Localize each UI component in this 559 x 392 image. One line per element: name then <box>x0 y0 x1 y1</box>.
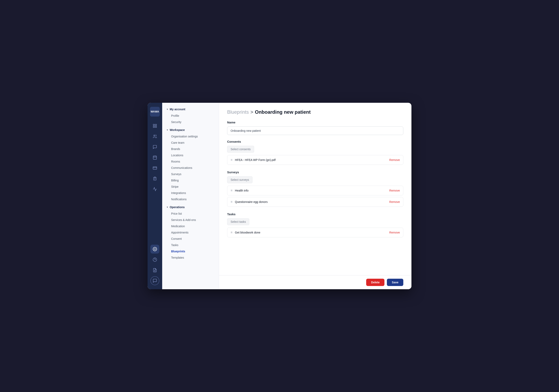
operations-chevron: ▼ <box>166 206 168 208</box>
select-surveys-button[interactable]: Select surveys <box>227 176 252 183</box>
drag-handle-consent-0[interactable]: ≡ <box>231 158 233 162</box>
content-area: Blueprints > Onboarding new patient Name… <box>219 103 411 275</box>
survey-item-0: ≡ Health info Remove <box>227 186 403 195</box>
analytics-icon[interactable] <box>150 185 159 194</box>
logo[interactable]: WA WA <box>150 107 160 116</box>
svg-rect-2 <box>153 126 154 127</box>
sidebar-item-integrations[interactable]: Integrations <box>164 190 217 196</box>
remove-survey-1-button[interactable]: Remove <box>389 200 400 204</box>
document-icon[interactable] <box>150 266 159 275</box>
sidebar-item-communications[interactable]: Communications <box>164 165 217 171</box>
users-icon[interactable] <box>150 132 159 141</box>
svg-rect-3 <box>155 126 157 127</box>
sidebar-item-profile[interactable]: Profile <box>164 113 217 119</box>
consents-section: Consents Select consents ≡ HFEA - HFEA W… <box>227 140 403 165</box>
delete-button[interactable]: Delete <box>366 279 384 286</box>
survey-item-1: ≡ Questionnaire egg donors Remove <box>227 197 403 207</box>
survey-item-name-0: Health info <box>235 189 389 192</box>
my-account-section[interactable]: ▼ My account <box>162 106 219 113</box>
my-account-chevron: ▼ <box>166 108 168 110</box>
sidebar-item-consent[interactable]: Consent <box>164 236 217 242</box>
messages-icon[interactable] <box>150 143 159 151</box>
sidebar-item-price-list[interactable]: Price list <box>164 211 217 217</box>
sidebar-item-stripe[interactable]: Stripe <box>164 184 217 190</box>
workspace-section[interactable]: ▼ Workspace <box>162 127 219 133</box>
svg-rect-9 <box>153 167 157 169</box>
consent-item-name-0: HFEA - HFEA WP Form (gn).pdf <box>235 158 389 161</box>
sidebar-item-medication[interactable]: Medication <box>164 223 217 229</box>
sidebar-item-care-team[interactable]: Care team <box>164 140 217 146</box>
breadcrumb-current: Onboarding new patient <box>255 109 311 115</box>
survey-item-name-1: Questionnaire egg donors <box>235 200 389 204</box>
sidebar-item-brands[interactable]: Brands <box>164 146 217 152</box>
operations-section[interactable]: ▼ Operations <box>162 204 219 210</box>
main-content: Blueprints > Onboarding new patient Name… <box>219 103 411 289</box>
billing-icon[interactable] <box>150 164 159 172</box>
consent-item-0: ≡ HFEA - HFEA WP Form (gn).pdf Remove <box>227 155 403 165</box>
breadcrumb: Blueprints > Onboarding new patient <box>227 109 403 115</box>
remove-task-0-button[interactable]: Remove <box>389 231 400 234</box>
save-button[interactable]: Save <box>387 279 403 286</box>
name-input[interactable] <box>227 126 403 135</box>
calendar-icon[interactable] <box>150 153 159 162</box>
svg-rect-5 <box>153 156 157 160</box>
remove-consent-0-button[interactable]: Remove <box>389 158 400 161</box>
settings-icon[interactable] <box>150 245 159 254</box>
support-chat-icon[interactable] <box>150 276 159 285</box>
sidebar-item-org-settings[interactable]: Organisation settings <box>164 133 217 139</box>
svg-rect-11 <box>154 177 156 178</box>
sidebar-item-locations[interactable]: Locations <box>164 152 217 158</box>
select-tasks-button[interactable]: Select tasks <box>227 218 249 225</box>
select-consents-button[interactable]: Select consents <box>227 146 254 153</box>
consents-label: Consents <box>227 140 403 143</box>
icon-sidebar: WA WA <box>148 103 162 289</box>
task-item-0: ≡ Get bloodwork done Remove <box>227 228 403 237</box>
tasks-section: Tasks Select tasks ≡ Get bloodwork done … <box>227 213 403 237</box>
menu-sidebar: ▼ My account Profile Security ▼ Workspac… <box>162 103 219 289</box>
footer-bar: Delete Save <box>219 275 411 289</box>
sidebar-item-templates[interactable]: Templates <box>164 255 217 261</box>
sidebar-item-appointments[interactable]: Appointments <box>164 230 217 236</box>
svg-point-15 <box>153 258 157 261</box>
task-item-name-0: Get bloodwork done <box>235 231 389 234</box>
svg-rect-0 <box>153 124 154 125</box>
sidebar-item-billing[interactable]: Billing <box>164 177 217 183</box>
sidebar-item-notifications[interactable]: Notifications <box>164 196 217 202</box>
drag-handle-survey-0[interactable]: ≡ <box>231 189 233 192</box>
remove-survey-0-button[interactable]: Remove <box>389 189 400 192</box>
sidebar-item-services[interactable]: Services & Add-ons <box>164 217 217 223</box>
name-label: Name <box>227 121 403 124</box>
tasks-label: Tasks <box>227 213 403 216</box>
sidebar-item-surveys[interactable]: Surveys <box>164 171 217 177</box>
sidebar-item-rooms[interactable]: Rooms <box>164 159 217 165</box>
sidebar-item-blueprints[interactable]: Blueprints <box>164 248 217 254</box>
drag-handle-task-0[interactable]: ≡ <box>231 231 233 234</box>
surveys-section: Surveys Select surveys ≡ Health info Rem… <box>227 170 403 207</box>
svg-point-4 <box>154 135 155 136</box>
sidebar-item-security[interactable]: Security <box>164 119 217 125</box>
svg-point-14 <box>154 249 156 250</box>
help-icon[interactable] <box>150 255 159 264</box>
surveys-label: Surveys <box>227 170 403 174</box>
breadcrumb-parent[interactable]: Blueprints <box>227 109 249 115</box>
svg-rect-1 <box>155 124 157 125</box>
workspace-chevron: ▼ <box>166 129 168 131</box>
breadcrumb-separator: > <box>251 109 253 115</box>
sidebar-item-tasks[interactable]: Tasks <box>164 242 217 248</box>
tasks-nav-icon[interactable] <box>150 174 159 183</box>
dashboard-icon[interactable] <box>150 121 159 130</box>
drag-handle-survey-1[interactable]: ≡ <box>231 200 233 204</box>
